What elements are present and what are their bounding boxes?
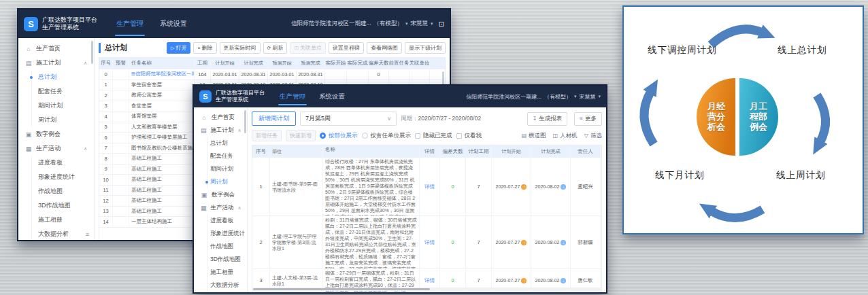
cell-task-name[interactable]: 基础工程施工 [129, 164, 195, 175]
cell-task-name[interactable]: 人文和教育学楼垫层 [129, 122, 195, 133]
new-week-plan-button[interactable]: 新增周计划 [252, 111, 296, 126]
app-title: 广联达数字项目平台 生产管理系统 [216, 90, 265, 103]
cell-task-name[interactable]: 教师公寓垫层 [129, 90, 195, 101]
sidebar-item-digital-meeting[interactable]: ▣数字例会 [194, 188, 247, 201]
sidebar-item-production-activity[interactable]: ▦生产活动∧ [18, 141, 94, 156]
week-select[interactable]: 7月第5周 ∨ [300, 111, 397, 126]
cell-task-name[interactable]: 图书馆及教职办公楼桩基施工 [129, 143, 195, 154]
sidebar-item-period-plan[interactable]: 期间计划 [194, 162, 247, 175]
sidebar-item-construction-plan[interactable]: ▤施工计划∧ [194, 124, 247, 137]
cell-task-name[interactable]: 基础工程施工 [129, 207, 195, 217]
week-plan-table: 序号部位名称详情偏差天数计划工期计划开始计划完成责任人实际开始 1 土建-图书馆… [252, 145, 602, 292]
tab-production[interactable]: 生产管理 [278, 86, 307, 107]
show-sub-plan-button[interactable]: 显示下级计划 [405, 42, 446, 54]
sidebar-item-label: 配套任务 [210, 152, 233, 160]
labor-material-button[interactable]: ◫人材机 [553, 132, 578, 140]
cell-task-name[interactable]: 基础工程施工 [129, 196, 195, 206]
table-row[interactable]: 0 信阳师范学院淮河校区一期建设项目 164 2020-03-01 2020-0… [99, 69, 445, 80]
model-tag: （有模型） [544, 93, 571, 101]
plan-icon: ▤ [201, 127, 207, 134]
radio-by-part[interactable]: 按部位展示 [320, 132, 358, 140]
cell-task-name[interactable]: 护理和理工学楼垫层施工 [129, 133, 195, 143]
horizontal-scrollbar[interactable] [252, 288, 602, 291]
tab-system-settings[interactable]: 系统设置 [318, 86, 346, 107]
sidebar-scrollbar[interactable] [91, 41, 93, 64]
delete-icon: × [197, 46, 200, 50]
sidebar-item-support-tasks[interactable]: 配套任务 [194, 150, 247, 162]
date-value: 2020-07-27 [496, 278, 520, 283]
sidebar-item-battle-map[interactable]: 作战地图 [18, 184, 94, 198]
user-menu[interactable]: 宋慧慧 [579, 93, 595, 101]
chevron-down-icon[interactable]: ▾ [431, 21, 433, 27]
desktop-background: S 广联达数字项目平台 生产管理系统 生产管理 系统设置 信阳师范学院淮河校区一… [0, 0, 868, 295]
table-row[interactable]: 2 土建-理工学院与护理学院教学楼-第3层-流水段1 粉刷：31日墙修完成，砌体… [252, 216, 601, 269]
cell-task-name[interactable]: 基础工程施工 [129, 154, 195, 164]
sidebar-item-construction-album[interactable]: 施工相册 [194, 266, 247, 279]
radio-by-unit[interactable]: 按责任单位展示 [362, 132, 412, 140]
cell-task-name[interactable]: 基础工程施工 [129, 175, 195, 185]
sidebar-item-master-plan[interactable]: 总计划 [18, 70, 94, 84]
sidebar-item-production-activity[interactable]: ▦生产活动∧ [194, 201, 247, 214]
tab-production[interactable]: 生产管理 [115, 10, 145, 38]
sidebar-item-support-tasks[interactable]: 配套任务 [18, 84, 94, 99]
sidebar-item-3d-battle-map[interactable]: 3D作战地图 [18, 198, 94, 213]
sidebar-item-week-plan[interactable]: 周计划 [194, 175, 247, 188]
set-milestone-button[interactable]: 设置里程碑 [329, 42, 364, 54]
chevron-down-icon[interactable]: ▾ [405, 21, 408, 27]
checkbox-only-me[interactable]: 仅看我 [456, 132, 482, 140]
update-actual-time-button[interactable]: 更新实际时间 [220, 42, 261, 54]
cell-task-name[interactable]: 食堂垫层 [129, 101, 195, 111]
start-clock-icon: ↑ [521, 240, 527, 245]
generate-report-button[interactable]: ↧生成报表 [527, 112, 568, 126]
open-button[interactable]: ▷打开 [167, 42, 190, 54]
project-selector[interactable]: 信阳师范学院淮河校区一期建... [291, 20, 371, 28]
quick-add-button[interactable]: 快速新增 [286, 130, 316, 141]
sidebar-item-label: 周计划 [38, 116, 56, 124]
delete-button[interactable]: ×删除 [193, 42, 216, 54]
scrollbar-thumb[interactable] [253, 288, 430, 290]
sidebar-item-period-plan[interactable]: 期间计划 [18, 99, 94, 113]
detail-link[interactable]: 详情 [420, 216, 440, 268]
cell-task-name[interactable]: 信阳师范学院淮河校区一期建设项目 [129, 69, 195, 80]
cell-warning [113, 69, 129, 80]
collapse-sidebar-icon[interactable]: ≡ [86, 231, 89, 238]
more-button[interactable]: ≡更多 [574, 112, 602, 126]
link-unit-button[interactable]: ◫关联单位 [290, 42, 326, 54]
cell-task-name[interactable]: 学生宿舍垫层 [129, 80, 195, 90]
chevron-down-icon[interactable]: ▾ [598, 94, 601, 99]
sidebar-item-big-data[interactable]: 大数据分析 [194, 279, 247, 292]
table-row[interactable]: 1 土建-图书馆-第9层-图书馆流水段 综合楼行政楼：27日 东单体机房层浇筑完… [252, 158, 601, 216]
open-icon: ▷ [171, 46, 174, 51]
sidebar-item-construction-plan[interactable]: ▤施工计划∧ [18, 56, 94, 70]
sidebar-scrollbar[interactable] [244, 110, 246, 133]
sidebar-item-master-plan[interactable]: 总计划 [194, 137, 247, 150]
chevron-down-icon[interactable]: ▾ [574, 94, 577, 99]
sidebar-item-3d-battle-map[interactable]: 3D作战地图 [194, 253, 247, 266]
sidebar-item-digital-meeting[interactable]: ▣数字例会 [18, 127, 94, 141]
window-icon[interactable]: ⊡ [439, 20, 444, 28]
view-network-button[interactable]: 查看网络图 [367, 42, 402, 54]
filter-button[interactable]: ▽筛选 [584, 132, 602, 140]
sidebar-item-construction-album[interactable]: 施工相册 [18, 213, 94, 227]
sidebar-item-big-data[interactable]: 大数据分析 [18, 227, 94, 241]
project-selector[interactable]: 信阳师范学院淮河校区一期建... [466, 93, 541, 101]
sidebar-item-progress-board[interactable]: 进度看板 [194, 214, 247, 227]
new-task-button[interactable]: 新增任务 [252, 130, 282, 141]
sidebar-item-progress-stats[interactable]: 形象进度统计 [18, 170, 94, 184]
sidebar-item-home[interactable]: ⌂生产首页 [18, 41, 94, 56]
cell-task-name[interactable]: 体育馆垫层 [129, 111, 195, 122]
sidebar-item-week-plan[interactable]: 周计划 [18, 113, 94, 127]
sidebar-item-progress-board[interactable]: 进度看板 [18, 156, 94, 170]
checkbox-hide-done[interactable]: 隐藏已完成 [415, 132, 452, 140]
detail-link[interactable]: 详情 [420, 158, 440, 215]
cell-task-name[interactable]: 基础工程施工 [129, 186, 195, 196]
refresh-button[interactable]: ⟳刷新 [263, 42, 288, 54]
cell-task-name[interactable]: 一层主体结构施工 [129, 217, 195, 227]
tab-system-settings[interactable]: 系统设置 [158, 10, 188, 38]
sidebar-item-progress-stats[interactable]: 形象进度统计 [194, 227, 247, 240]
gantt-view-button[interactable]: ▤横道图 [522, 132, 546, 140]
sidebar-item-battle-map[interactable]: 作战地图 [194, 240, 247, 253]
sidebar-item-home[interactable]: ⌂生产首页 [194, 111, 247, 124]
user-menu[interactable]: 宋慧慧 [411, 20, 429, 28]
chevron-up-icon: ∧ [84, 60, 87, 66]
